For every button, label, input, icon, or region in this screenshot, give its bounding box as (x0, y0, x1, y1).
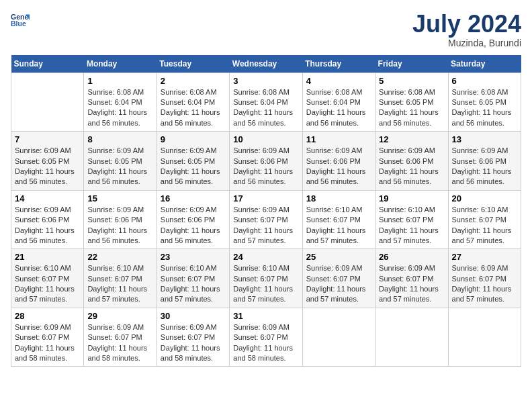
day-number: 25 (306, 252, 371, 262)
calendar-cell: 17Sunrise: 6:09 AM Sunset: 6:07 PM Dayli… (230, 190, 302, 249)
day-number: 28 (15, 311, 80, 321)
day-info: Sunrise: 6:08 AM Sunset: 6:05 PM Dayligh… (379, 87, 444, 129)
column-header-monday: Monday (84, 55, 157, 73)
logo-icon: General Blue (11, 11, 30, 30)
day-info: Sunrise: 6:09 AM Sunset: 6:07 PM Dayligh… (233, 205, 298, 246)
day-number: 9 (161, 134, 226, 144)
svg-text:Blue: Blue (11, 19, 26, 28)
calendar-cell: 23Sunrise: 6:10 AM Sunset: 6:07 PM Dayli… (157, 249, 229, 308)
day-number: 5 (379, 76, 444, 86)
week-row-1: 1Sunrise: 6:08 AM Sunset: 6:04 PM Daylig… (11, 73, 521, 132)
day-info: Sunrise: 6:09 AM Sunset: 6:05 PM Dayligh… (161, 146, 226, 187)
calendar-cell: 7Sunrise: 6:09 AM Sunset: 6:05 PM Daylig… (11, 132, 84, 191)
calendar-cell: 22Sunrise: 6:10 AM Sunset: 6:07 PM Dayli… (84, 249, 157, 308)
day-info: Sunrise: 6:09 AM Sunset: 6:07 PM Dayligh… (161, 322, 226, 364)
day-number: 13 (452, 134, 517, 144)
day-number: 3 (233, 76, 298, 86)
title-block: July 2024 Muzinda, Burundi (412, 11, 521, 48)
calendar-cell: 28Sunrise: 6:09 AM Sunset: 6:07 PM Dayli… (11, 308, 84, 367)
day-number: 15 (87, 193, 152, 203)
week-row-3: 14Sunrise: 6:09 AM Sunset: 6:06 PM Dayli… (11, 190, 521, 249)
day-number: 31 (233, 311, 298, 321)
day-info: Sunrise: 6:09 AM Sunset: 6:05 PM Dayligh… (87, 146, 152, 187)
day-info: Sunrise: 6:09 AM Sunset: 6:07 PM Dayligh… (87, 322, 152, 364)
calendar-cell: 12Sunrise: 6:09 AM Sunset: 6:06 PM Dayli… (375, 132, 448, 191)
header-row: SundayMondayTuesdayWednesdayThursdayFrid… (11, 55, 521, 73)
calendar-cell: 26Sunrise: 6:09 AM Sunset: 6:07 PM Dayli… (375, 249, 448, 308)
main-title: July 2024 (412, 11, 521, 38)
day-number: 27 (452, 252, 517, 262)
day-number: 22 (87, 252, 152, 262)
calendar-cell: 6Sunrise: 6:08 AM Sunset: 6:05 PM Daylig… (448, 73, 521, 132)
calendar-cell: 31Sunrise: 6:09 AM Sunset: 6:07 PM Dayli… (230, 308, 302, 367)
day-number: 23 (161, 252, 226, 262)
day-info: Sunrise: 6:09 AM Sunset: 6:06 PM Dayligh… (306, 146, 371, 187)
calendar-cell: 1Sunrise: 6:08 AM Sunset: 6:04 PM Daylig… (84, 73, 157, 132)
column-header-saturday: Saturday (448, 55, 521, 73)
calendar-cell: 8Sunrise: 6:09 AM Sunset: 6:05 PM Daylig… (84, 132, 157, 191)
day-info: Sunrise: 6:10 AM Sunset: 6:07 PM Dayligh… (15, 263, 80, 305)
calendar-cell: 16Sunrise: 6:09 AM Sunset: 6:06 PM Dayli… (157, 190, 229, 249)
day-number: 21 (15, 252, 80, 262)
day-info: Sunrise: 6:09 AM Sunset: 6:05 PM Dayligh… (15, 146, 80, 187)
day-number: 19 (379, 193, 444, 203)
day-number: 30 (161, 311, 226, 321)
day-info: Sunrise: 6:08 AM Sunset: 6:05 PM Dayligh… (452, 87, 517, 129)
calendar-cell: 29Sunrise: 6:09 AM Sunset: 6:07 PM Dayli… (84, 308, 157, 367)
day-info: Sunrise: 6:09 AM Sunset: 6:07 PM Dayligh… (379, 263, 444, 305)
day-info: Sunrise: 6:08 AM Sunset: 6:04 PM Dayligh… (306, 87, 371, 129)
day-number: 6 (452, 76, 517, 86)
day-number: 29 (87, 311, 152, 321)
subtitle: Muzinda, Burundi (412, 38, 521, 48)
calendar-cell: 9Sunrise: 6:09 AM Sunset: 6:05 PM Daylig… (157, 132, 229, 191)
column-header-wednesday: Wednesday (230, 55, 302, 73)
calendar-cell (302, 308, 375, 367)
day-info: Sunrise: 6:08 AM Sunset: 6:04 PM Dayligh… (233, 87, 298, 129)
calendar-cell: 10Sunrise: 6:09 AM Sunset: 6:06 PM Dayli… (230, 132, 302, 191)
calendar-cell: 30Sunrise: 6:09 AM Sunset: 6:07 PM Dayli… (157, 308, 229, 367)
day-number: 17 (233, 193, 298, 203)
day-number: 11 (306, 134, 371, 144)
day-info: Sunrise: 6:10 AM Sunset: 6:07 PM Dayligh… (233, 263, 298, 305)
calendar-table: SundayMondayTuesdayWednesdayThursdayFrid… (11, 55, 521, 367)
day-info: Sunrise: 6:10 AM Sunset: 6:07 PM Dayligh… (452, 205, 517, 246)
column-header-sunday: Sunday (11, 55, 84, 73)
calendar-cell: 14Sunrise: 6:09 AM Sunset: 6:06 PM Dayli… (11, 190, 84, 249)
column-header-thursday: Thursday (302, 55, 375, 73)
day-number: 8 (87, 134, 152, 144)
week-row-5: 28Sunrise: 6:09 AM Sunset: 6:07 PM Dayli… (11, 308, 521, 367)
column-header-tuesday: Tuesday (157, 55, 229, 73)
day-number: 2 (161, 76, 226, 86)
page-header: General Blue July 2024 Muzinda, Burundi (11, 11, 521, 48)
day-number: 24 (233, 252, 298, 262)
day-number: 12 (379, 134, 444, 144)
day-info: Sunrise: 6:09 AM Sunset: 6:06 PM Dayligh… (379, 146, 444, 187)
day-number: 4 (306, 76, 371, 86)
calendar-cell: 25Sunrise: 6:09 AM Sunset: 6:07 PM Dayli… (302, 249, 375, 308)
day-number: 16 (161, 193, 226, 203)
day-number: 1 (87, 76, 152, 86)
calendar-cell (448, 308, 521, 367)
day-info: Sunrise: 6:08 AM Sunset: 6:04 PM Dayligh… (161, 87, 226, 129)
calendar-cell: 3Sunrise: 6:08 AM Sunset: 6:04 PM Daylig… (230, 73, 302, 132)
day-info: Sunrise: 6:10 AM Sunset: 6:07 PM Dayligh… (306, 205, 371, 246)
day-number: 10 (233, 134, 298, 144)
day-info: Sunrise: 6:09 AM Sunset: 6:06 PM Dayligh… (161, 205, 226, 246)
day-info: Sunrise: 6:09 AM Sunset: 6:06 PM Dayligh… (233, 146, 298, 187)
day-number: 20 (452, 193, 517, 203)
day-info: Sunrise: 6:10 AM Sunset: 6:07 PM Dayligh… (379, 205, 444, 246)
day-info: Sunrise: 6:09 AM Sunset: 6:06 PM Dayligh… (15, 205, 80, 246)
day-number: 26 (379, 252, 444, 262)
day-number: 7 (15, 134, 80, 144)
day-info: Sunrise: 6:09 AM Sunset: 6:07 PM Dayligh… (233, 322, 298, 364)
logo: General Blue (11, 11, 30, 30)
calendar-cell: 13Sunrise: 6:09 AM Sunset: 6:06 PM Dayli… (448, 132, 521, 191)
calendar-cell (375, 308, 448, 367)
week-row-2: 7Sunrise: 6:09 AM Sunset: 6:05 PM Daylig… (11, 132, 521, 191)
day-info: Sunrise: 6:09 AM Sunset: 6:07 PM Dayligh… (452, 263, 517, 305)
calendar-cell: 2Sunrise: 6:08 AM Sunset: 6:04 PM Daylig… (157, 73, 229, 132)
day-number: 14 (15, 193, 80, 203)
day-info: Sunrise: 6:09 AM Sunset: 6:06 PM Dayligh… (87, 205, 152, 246)
calendar-cell: 18Sunrise: 6:10 AM Sunset: 6:07 PM Dayli… (302, 190, 375, 249)
day-number: 18 (306, 193, 371, 203)
